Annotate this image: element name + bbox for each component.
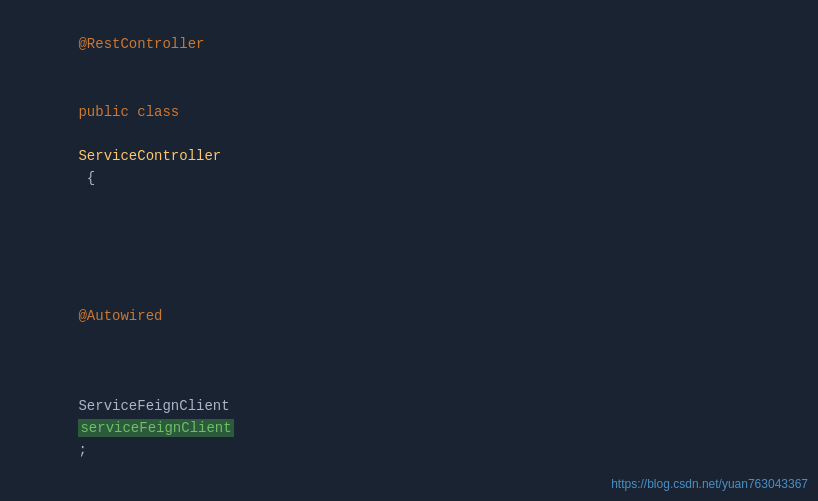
class-name-service-controller: ServiceController (78, 148, 221, 164)
annotation-autowired: @Autowired (78, 308, 162, 324)
var-service-feign-client: serviceFeignClient (78, 419, 233, 437)
code-line-2: public class ServiceController { (0, 78, 818, 212)
line-content-1: @RestController (20, 11, 204, 77)
line-content-7 (20, 485, 36, 501)
code-editor: @RestController public class ServiceCont… (0, 0, 818, 501)
code-line-3 (0, 212, 818, 236)
line-content-2: public class ServiceController { (20, 79, 221, 211)
line-content-3 (20, 213, 36, 235)
annotation-rest-controller: @RestController (78, 36, 204, 52)
brace-open: { (78, 170, 95, 186)
code-line-5: @Autowired (0, 260, 818, 350)
line-content-4 (20, 237, 36, 259)
line-content-6: ServiceFeignClient serviceFeignClient ; (20, 351, 238, 483)
space (78, 126, 86, 142)
code-line-4 (0, 236, 818, 260)
type-service-feign-client: ServiceFeignClient (78, 398, 238, 414)
semicolon: ; (78, 442, 86, 458)
line-content-5: @Autowired (20, 261, 162, 349)
keyword-public: public class (78, 104, 179, 120)
watermark: https://blog.csdn.net/yuan763043367 (611, 477, 808, 491)
code-line-1: @RestController (0, 10, 818, 78)
code-line-6: ServiceFeignClient serviceFeignClient ; (0, 350, 818, 484)
